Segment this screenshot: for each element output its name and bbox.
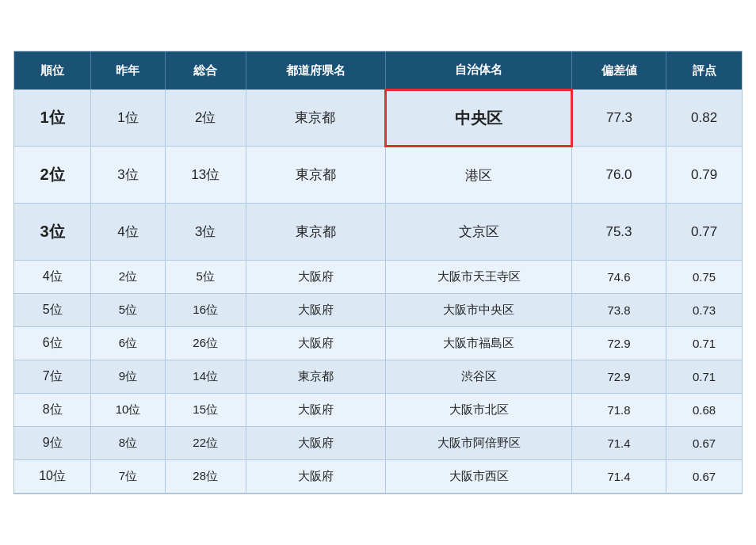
score-cell: 0.71 [666, 360, 742, 394]
deviation-cell: 77.3 [571, 90, 666, 147]
total-cell: 14位 [165, 360, 246, 394]
table-header-row: 順位昨年総合都道府県名自治体名偏差値評点 [14, 51, 742, 90]
prefecture-cell: 東京都 [246, 360, 386, 394]
table-row: 3位4位3位東京都文京区75.30.77 [14, 204, 742, 261]
column-header-順位: 順位 [14, 51, 91, 90]
table-row: 9位8位22位大阪府大阪市阿倍野区71.40.67 [14, 427, 742, 460]
last-year-cell: 2位 [91, 261, 166, 294]
deviation-cell: 71.4 [571, 460, 666, 494]
rank-cell: 9位 [14, 427, 91, 460]
prefecture-cell: 大阪府 [246, 327, 386, 360]
rank-cell: 2位 [14, 147, 91, 204]
municipality-cell: 渋谷区 [386, 360, 572, 394]
total-cell: 26位 [165, 327, 246, 360]
prefecture-cell: 大阪府 [246, 294, 386, 327]
deviation-cell: 72.9 [571, 360, 666, 394]
rank-cell: 10位 [14, 460, 91, 494]
prefecture-cell: 大阪府 [246, 460, 386, 494]
total-cell: 3位 [165, 204, 246, 261]
municipality-cell: 大阪市北区 [386, 394, 572, 427]
last-year-cell: 10位 [91, 394, 166, 427]
table-row: 7位9位14位東京都渋谷区72.90.71 [14, 360, 742, 394]
prefecture-cell: 大阪府 [246, 261, 386, 294]
deviation-cell: 75.3 [571, 204, 666, 261]
total-cell: 15位 [165, 394, 246, 427]
score-cell: 0.71 [666, 327, 742, 360]
score-cell: 0.68 [666, 394, 742, 427]
rank-cell: 4位 [14, 261, 91, 294]
total-cell: 22位 [165, 427, 246, 460]
last-year-cell: 4位 [91, 204, 166, 261]
prefecture-cell: 東京都 [246, 204, 386, 261]
total-cell: 5位 [165, 261, 246, 294]
score-cell: 0.73 [666, 294, 742, 327]
score-cell: 0.79 [666, 147, 742, 204]
table-row: 8位10位15位大阪府大阪市北区71.80.68 [14, 394, 742, 427]
column-header-都道府県名: 都道府県名 [246, 51, 386, 90]
deviation-cell: 71.4 [571, 427, 666, 460]
rank-cell: 6位 [14, 327, 91, 360]
municipality-cell: 大阪市西区 [386, 460, 572, 494]
last-year-cell: 9位 [91, 360, 166, 394]
prefecture-cell: 大阪府 [246, 394, 386, 427]
total-cell: 13位 [165, 147, 246, 204]
table-row: 10位7位28位大阪府大阪市西区71.40.67 [14, 460, 742, 494]
rank-cell: 1位 [14, 90, 91, 147]
table-row: 1位1位2位東京都中央区77.30.82 [14, 90, 742, 147]
municipality-cell: 大阪市福島区 [386, 327, 572, 360]
municipality-cell: 大阪市阿倍野区 [386, 427, 572, 460]
total-cell: 16位 [165, 294, 246, 327]
column-header-昨年: 昨年 [91, 51, 166, 90]
table-row: 5位5位16位大阪府大阪市中央区73.80.73 [14, 294, 742, 327]
municipality-cell: 大阪市天王寺区 [386, 261, 572, 294]
ranking-table: 順位昨年総合都道府県名自治体名偏差値評点 1位1位2位東京都中央区77.30.8… [14, 51, 742, 494]
rank-cell: 8位 [14, 394, 91, 427]
deviation-cell: 73.8 [571, 294, 666, 327]
deviation-cell: 74.6 [571, 261, 666, 294]
score-cell: 0.77 [666, 204, 742, 261]
score-cell: 0.75 [666, 261, 742, 294]
prefecture-cell: 東京都 [246, 90, 386, 147]
column-header-自治体名: 自治体名 [386, 51, 572, 90]
deviation-cell: 76.0 [571, 147, 666, 204]
table-row: 4位2位5位大阪府大阪市天王寺区74.60.75 [14, 261, 742, 294]
last-year-cell: 8位 [91, 427, 166, 460]
deviation-cell: 72.9 [571, 327, 666, 360]
table-row: 6位6位26位大阪府大阪市福島区72.90.71 [14, 327, 742, 360]
municipality-cell: 大阪市中央区 [386, 294, 572, 327]
total-cell: 28位 [165, 460, 246, 494]
prefecture-cell: 大阪府 [246, 427, 386, 460]
rank-cell: 5位 [14, 294, 91, 327]
municipality-cell: 港区 [386, 147, 572, 204]
prefecture-cell: 東京都 [246, 147, 386, 204]
rank-cell: 3位 [14, 204, 91, 261]
score-cell: 0.67 [666, 460, 742, 494]
total-cell: 2位 [165, 90, 246, 147]
column-header-評点: 評点 [666, 51, 742, 90]
rank-cell: 7位 [14, 360, 91, 394]
deviation-cell: 71.8 [571, 394, 666, 427]
score-cell: 0.82 [666, 90, 742, 147]
last-year-cell: 3位 [91, 147, 166, 204]
municipality-cell: 文京区 [386, 204, 572, 261]
last-year-cell: 7位 [91, 460, 166, 494]
column-header-総合: 総合 [165, 51, 246, 90]
last-year-cell: 6位 [91, 327, 166, 360]
last-year-cell: 5位 [91, 294, 166, 327]
municipality-cell: 中央区 [386, 90, 572, 147]
last-year-cell: 1位 [91, 90, 166, 147]
score-cell: 0.67 [666, 427, 742, 460]
column-header-偏差値: 偏差値 [571, 51, 666, 90]
ranking-table-wrapper: 順位昨年総合都道府県名自治体名偏差値評点 1位1位2位東京都中央区77.30.8… [13, 51, 743, 495]
table-row: 2位3位13位東京都港区76.00.79 [14, 147, 742, 204]
